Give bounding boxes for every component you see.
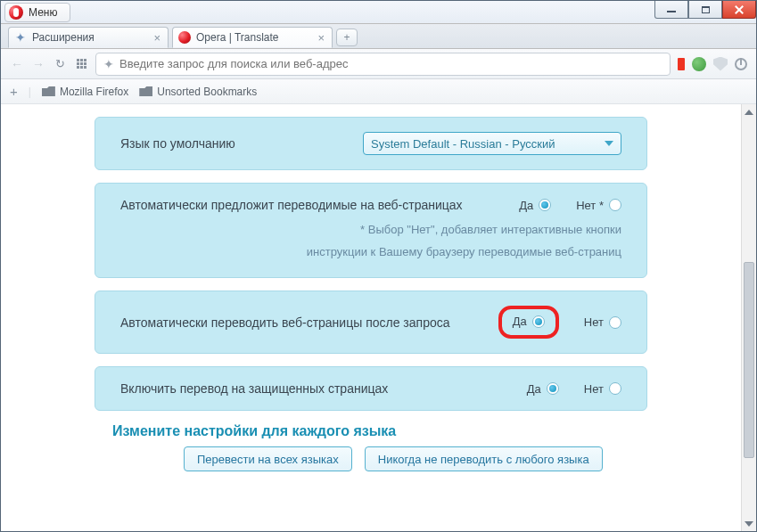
address-input[interactable]: [119, 57, 662, 70]
opera-icon: [178, 31, 191, 44]
close-icon: [734, 4, 745, 15]
per-language-heading: Измените настройки для каждого языка: [112, 423, 719, 439]
bookmark-folder-label: Mozilla Firefox: [60, 86, 128, 98]
secure-pages-label: Включить перевод на защищенных страницах: [120, 381, 527, 396]
bookmark-folder-label: Unsorted Bookmarks: [157, 86, 257, 98]
menu-button[interactable]: Меню: [4, 3, 70, 22]
power-icon[interactable]: [735, 58, 747, 70]
globe-icon[interactable]: [692, 57, 706, 71]
folder-icon: [42, 86, 55, 96]
default-language-select[interactable]: System Default - Russian - Русский: [363, 132, 621, 155]
radio-icon: [609, 199, 621, 211]
auto-suggest-label: Автоматически предложит переводимые на в…: [120, 198, 519, 212]
scroll-thumb[interactable]: [744, 262, 754, 458]
bookmarks-bar: + | Mozilla Firefox Unsorted Bookmarks: [1, 79, 756, 104]
opera-logo-icon: [9, 5, 23, 20]
menu-label: Меню: [29, 6, 57, 19]
shield-icon[interactable]: [713, 57, 728, 71]
add-bookmark-button[interactable]: +: [10, 84, 18, 99]
scroll-track[interactable]: [742, 119, 756, 516]
extension-icon: ✦: [103, 57, 114, 71]
minimize-button[interactable]: [654, 1, 688, 19]
tab-title: Расширения: [32, 31, 146, 44]
auto-translate-yes[interactable]: Да: [513, 315, 545, 328]
forward-button[interactable]: →: [31, 57, 45, 71]
new-tab-button[interactable]: +: [336, 29, 358, 46]
nav-bar: ← → ↻ ✦: [1, 49, 756, 79]
auto-suggest-yes[interactable]: Да: [519, 199, 551, 212]
puzzle-icon: ✦: [14, 31, 27, 44]
auto-translate-label: Автоматически переводить веб-страницы по…: [120, 315, 498, 330]
back-button[interactable]: ←: [10, 57, 24, 71]
address-bar[interactable]: ✦: [95, 53, 671, 76]
chevron-up-icon: [745, 110, 753, 115]
tabstrip: ✦ Расширения × Opera | Translate × +: [1, 24, 756, 49]
reload-button[interactable]: ↻: [53, 57, 67, 71]
tab-close-icon[interactable]: ×: [316, 31, 326, 45]
scroll-down-button[interactable]: [742, 516, 756, 531]
default-language-label: Язык по умолчанию: [120, 136, 235, 151]
window-controls: [654, 1, 756, 19]
maximize-button[interactable]: [688, 1, 722, 19]
auto-suggest-hint: * Выбор "Нет", добавляет интерактивные к…: [120, 219, 621, 263]
chevron-down-icon: [745, 521, 753, 527]
maximize-icon: [702, 6, 710, 13]
tab-close-icon[interactable]: ×: [152, 31, 162, 45]
content-area: Язык по умолчанию System Default - Russi…: [1, 104, 756, 531]
close-button[interactable]: [722, 1, 756, 19]
content-scroll: Язык по умолчанию System Default - Russi…: [1, 104, 741, 531]
secure-pages-no[interactable]: Нет: [584, 382, 621, 396]
radio-icon: [539, 199, 551, 211]
chevron-down-icon: [605, 141, 613, 146]
grid-icon: [77, 59, 86, 69]
per-language-buttons: Перевести на всех языках Никогда не пере…: [184, 446, 647, 471]
tab-opera-translate[interactable]: Opera | Translate ×: [172, 27, 333, 48]
translate-all-button[interactable]: Перевести на всех языках: [184, 446, 352, 471]
scroll-up-button[interactable]: [742, 104, 756, 119]
window: Меню ✦ Расширения × Opera | Translate × …: [0, 0, 757, 532]
bookmark-folder[interactable]: Mozilla Firefox: [42, 86, 128, 98]
toolbar-right: [678, 57, 747, 71]
never-translate-button[interactable]: Никогда не переводить с любого языка: [365, 446, 603, 471]
folder-icon: [139, 86, 152, 96]
auto-suggest-card: Автоматически предложит переводимые на в…: [95, 183, 647, 278]
tab-extensions[interactable]: ✦ Расширения ×: [8, 27, 169, 48]
titlebar: Меню: [1, 1, 756, 24]
radio-icon: [609, 316, 621, 329]
radio-icon: [609, 382, 621, 395]
highlight-annotation: Да: [498, 306, 559, 339]
default-language-card: Язык по умолчанию System Default - Russi…: [95, 117, 647, 170]
auto-translate-no[interactable]: Нет: [584, 315, 621, 329]
vertical-scrollbar[interactable]: [741, 104, 756, 531]
radio-icon: [547, 382, 559, 395]
auto-suggest-no[interactable]: Нет *: [576, 199, 621, 212]
opera-turbo-icon[interactable]: [678, 58, 685, 70]
select-value: System Default - Russian - Русский: [371, 137, 555, 151]
secure-pages-card: Включить перевод на защищенных страницах…: [95, 366, 647, 411]
tab-title: Opera | Translate: [196, 31, 310, 44]
radio-icon: [532, 315, 545, 328]
speed-dial-button[interactable]: [74, 57, 88, 71]
minimize-icon: [667, 11, 676, 12]
bookmark-folder[interactable]: Unsorted Bookmarks: [139, 86, 257, 98]
secure-pages-yes[interactable]: Да: [527, 382, 559, 396]
auto-translate-card: Автоматически переводить веб-страницы по…: [95, 291, 647, 354]
